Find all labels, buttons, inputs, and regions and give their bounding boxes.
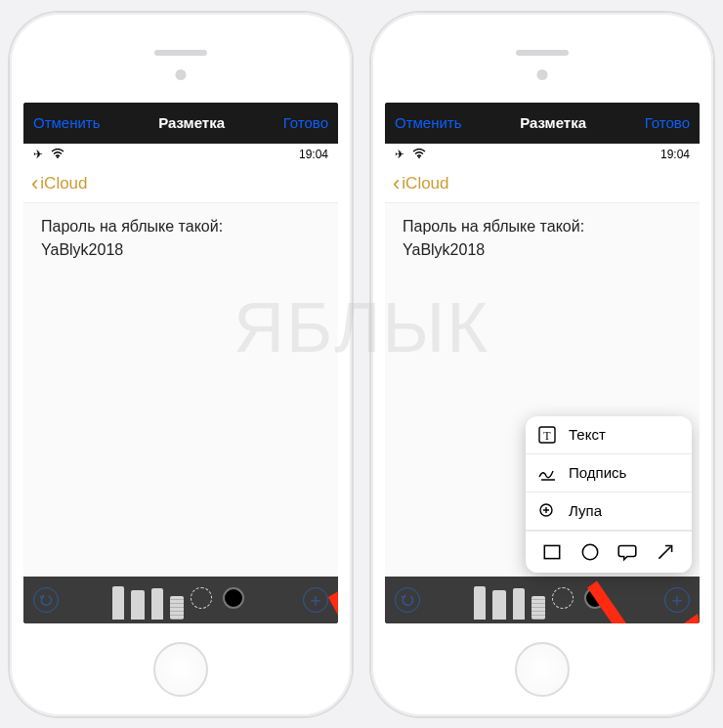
pen-tool[interactable] (112, 586, 124, 620)
popover-magnifier-label: Лупа (569, 502, 602, 519)
lasso-tool[interactable] (191, 587, 212, 609)
tool-palette (59, 577, 297, 623)
color-picker[interactable] (584, 587, 606, 609)
camera (537, 69, 548, 80)
svg-line-8 (659, 546, 670, 558)
undo-button[interactable] (395, 587, 420, 613)
markup-topbar: Отменить Разметка Готово (23, 103, 338, 144)
shape-circle[interactable] (579, 541, 601, 563)
marker-tool[interactable] (492, 590, 506, 620)
status-time: 19:04 (299, 148, 328, 161)
shape-rectangle[interactable] (541, 541, 563, 563)
pen-tool[interactable] (474, 586, 486, 620)
lasso-tool[interactable] (552, 587, 574, 609)
note-line1: Пароль на яблыке такой: (403, 215, 682, 239)
markup-title: Разметка (520, 114, 586, 131)
shape-arrow[interactable] (655, 541, 676, 563)
note-line2: YaBlyk2018 (41, 238, 320, 263)
popover-text-label: Текст (569, 426, 606, 443)
statusbar: ✈ 19:04 (385, 144, 700, 165)
speaker (154, 50, 207, 56)
camera (176, 69, 187, 80)
popover-signature-option[interactable]: Подпись (526, 454, 692, 492)
marker-tool[interactable] (131, 590, 145, 620)
svg-text:T: T (543, 429, 551, 443)
color-picker[interactable] (223, 587, 244, 609)
wifi-icon (51, 148, 64, 161)
breadcrumb-label: iCloud (40, 174, 87, 193)
statusbar: ✈ 19:04 (23, 144, 338, 165)
breadcrumb[interactable]: ‹ iCloud (385, 165, 700, 202)
markup-topbar: Отменить Разметка Готово (385, 103, 700, 144)
popover-shapes-row (526, 531, 692, 573)
svg-point-7 (582, 544, 597, 559)
cancel-button[interactable]: Отменить (395, 114, 462, 131)
phone-right: Отменить Разметка Готово ✈ 19:04 ‹ iClou… (371, 13, 713, 716)
svg-point-0 (57, 156, 59, 158)
cancel-button[interactable]: Отменить (33, 114, 101, 131)
markup-toolbar: ＋ (23, 577, 338, 623)
airplane-icon: ✈ (395, 148, 404, 161)
markup-toolbar: ＋ (385, 577, 700, 623)
svg-rect-6 (545, 545, 560, 558)
done-button[interactable]: Готово (283, 114, 328, 131)
tool-palette (420, 577, 659, 623)
status-time: 19:04 (660, 148, 690, 161)
eraser-tool[interactable] (532, 596, 545, 620)
chevron-left-icon: ‹ (393, 171, 400, 196)
chevron-left-icon: ‹ (31, 171, 38, 196)
airplane-icon: ✈ (33, 148, 43, 161)
screen-left: Отменить Разметка Готово ✈ 19:04 ‹ iClou… (23, 103, 338, 623)
add-button[interactable]: ＋ (303, 587, 328, 613)
shape-speech-bubble[interactable] (617, 541, 638, 563)
speaker (516, 50, 569, 56)
popover-text-option[interactable]: T Текст (526, 416, 692, 454)
pencil-tool[interactable] (151, 588, 163, 620)
undo-button[interactable] (33, 587, 59, 613)
pencil-tool[interactable] (513, 588, 525, 620)
note-line1: Пароль на яблыке такой: (41, 215, 320, 239)
svg-point-2 (418, 156, 420, 158)
note-line2: YaBlyk2018 (403, 238, 682, 263)
phone-left: Отменить Разметка Готово ✈ 19:04 ‹ iClou… (10, 13, 352, 716)
markup-title: Разметка (158, 114, 225, 131)
breadcrumb[interactable]: ‹ iCloud (23, 165, 338, 202)
eraser-tool[interactable] (170, 596, 184, 620)
popover-magnifier-option[interactable]: Лупа (526, 492, 692, 531)
breadcrumb-label: iCloud (402, 174, 448, 193)
done-button[interactable]: Готово (645, 114, 690, 131)
add-button[interactable]: ＋ (664, 587, 690, 613)
wifi-icon (412, 148, 426, 161)
screen-right: Отменить Разметка Готово ✈ 19:04 ‹ iClou… (385, 103, 700, 623)
add-popover: T Текст Подпись Лупа (526, 416, 692, 573)
popover-signature-label: Подпись (569, 464, 626, 481)
note-content: Пароль на яблыке такой: YaBlyk2018 (23, 202, 338, 577)
home-button[interactable] (515, 642, 570, 697)
home-button[interactable] (153, 642, 208, 697)
